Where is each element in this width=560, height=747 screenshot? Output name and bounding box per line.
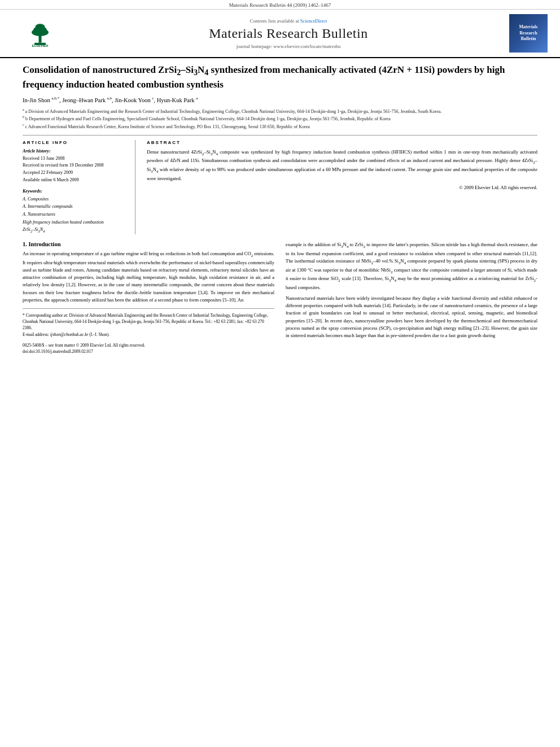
- journal-header: ELSEVIER Contents lists available at Sci…: [0, 10, 560, 58]
- journal-logo-box: MaterialsResearchBulletin: [509, 14, 548, 53]
- footnote-email: E-mail address: ijshon@chonbuk.ac.kr (I.…: [23, 331, 274, 338]
- journal-title: Materials Research Bulletin: [78, 26, 499, 41]
- article-info-heading: ARTICLE INFO: [23, 140, 127, 145]
- body-right-text: example is the addition of Si3N4 to ZrSi…: [286, 241, 537, 339]
- received-date: Received 13 June 2008: [23, 155, 127, 163]
- keywords-section: Keywords: A. Composites A. Intermetallic…: [23, 189, 127, 234]
- article-info-column: ARTICLE INFO Article history: Received 1…: [23, 140, 135, 234]
- body-left-column: 1. Introduction An increase in operating…: [23, 241, 274, 355]
- revised-date: Received in revised form 19 December 200…: [23, 162, 127, 169]
- abstract-column: ABSTRACT Dense nanostructured 4ZrSi2–Si3…: [147, 140, 537, 234]
- available-date: Available online 6 March 2009: [23, 177, 127, 184]
- footnotes: * Corresponding author at: Division of A…: [23, 308, 274, 355]
- keyword-3: A. Nanostructures: [23, 211, 127, 219]
- doi-line: doi:doi:10.1016/j.matresbull.2009.02.017: [23, 348, 274, 355]
- journal-title-section: Contents lists available at ScienceDirec…: [78, 18, 499, 49]
- copyright-line: 0025-5408/$ – see front matter © 2009 El…: [23, 342, 274, 348]
- top-bar: Materials Research Bulletin 44 (2009) 14…: [0, 0, 560, 10]
- introduction-text: An increase in operating temperature of …: [23, 250, 274, 304]
- keyword-2: A. Intermetallic compounds: [23, 203, 127, 211]
- abstract-text: Dense nanostructured 4ZrSi2–Si3N4 compos…: [147, 148, 537, 182]
- body-right-column: example is the addition of Si3N4 to ZrSi…: [286, 241, 537, 355]
- affiliations: a a Division of Advanced Materials Engin…: [23, 107, 537, 130]
- main-body: 1. Introduction An increase in operating…: [23, 241, 537, 355]
- abstract-copyright: © 2009 Elsevier Ltd. All rights reserved…: [147, 185, 537, 190]
- keywords-heading: Keywords:: [23, 189, 127, 194]
- elsevier-logo: ELSEVIER: [15, 19, 65, 47]
- accepted-date: Accepted 22 February 2009: [23, 169, 127, 177]
- journal-homepage: journal homepage: www.elsevier.com/locat…: [78, 43, 499, 49]
- article-content: Consolidation of nanostructured ZrSi2–Si…: [0, 58, 560, 360]
- section-divider: [23, 135, 537, 136]
- publisher-logo-section: ELSEVIER: [9, 19, 71, 47]
- footnote-corresponding: * Corresponding author at: Division of A…: [23, 312, 274, 331]
- keyword-1: A. Composites: [23, 195, 127, 203]
- keyword-4: High frequency induction heated combusti…: [23, 219, 127, 226]
- sciencedirect-link[interactable]: ScienceDirect: [300, 18, 327, 24]
- sciencedirect-text: Contents lists available at ScienceDirec…: [78, 18, 499, 24]
- svg-point-3: [36, 24, 45, 29]
- keyword-5: ZrSi2–Si3N4: [23, 226, 127, 234]
- authors: In-Jin Shon a,b,*, Jeong–Hwan Park a,b, …: [23, 95, 537, 104]
- article-info-abstract-section: ARTICLE INFO Article history: Received 1…: [23, 140, 537, 234]
- article-title: Consolidation of nanostructured ZrSi2–Si…: [23, 64, 537, 91]
- abstract-heading: ABSTRACT: [147, 140, 537, 145]
- introduction-heading: 1. Introduction: [23, 241, 274, 247]
- journal-citation: Materials Research Bulletin 44 (2009) 14…: [229, 2, 331, 8]
- svg-text:ELSEVIER: ELSEVIER: [32, 44, 49, 47]
- journal-logo-section: MaterialsResearchBulletin: [506, 14, 551, 53]
- article-history-label: Article history:: [23, 148, 127, 154]
